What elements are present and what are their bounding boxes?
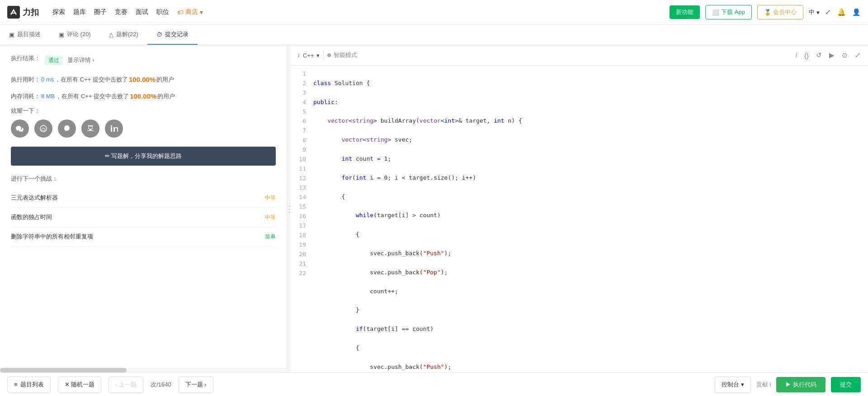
svg-point-1 [42,129,45,131]
weibo-button[interactable] [34,119,52,138]
fullscreen-icon[interactable]: ⤢ [855,51,861,59]
nav-interview[interactable]: 面试 [136,8,148,16]
svg-rect-5 [90,129,91,130]
tab-submissions-icon: ⏱ [156,31,162,38]
main-nav: 探索 题库 圈子 竞赛 面试 职位 🏷 商店 ▾ [52,8,203,16]
code-line-11: svec.push_back("Pop"); [313,268,861,277]
vip-button[interactable]: 🏅 会员中心 [757,5,803,19]
code-line-15: { [313,344,861,353]
nav-contest[interactable]: 竞赛 [115,8,127,16]
nav-shop[interactable]: 🏷 商店 ▾ [177,8,203,16]
challenge-item-2[interactable]: 删除字符串中的所有相邻重复项 简单 [11,227,276,247]
memory-value: 8 MB [41,91,55,101]
expand-icon[interactable]: ⤢ [825,8,831,16]
run-small-icon[interactable]: ▶ [829,51,835,59]
left-content: 执行结果： 通过 显示详情 › 执行用时： 0 ms ，在所有 C++ 提交中击… [0,45,287,368]
tab-comments[interactable]: ▣ 评论 (20) [50,25,100,45]
code-line-7: { [313,192,861,202]
code-content[interactable]: class Solution { public: vector<string> … [313,69,868,372]
list-icon: ≡ [14,381,18,388]
download-icon: ⬜ [712,9,719,16]
challenge-diff-0: 中等 [265,194,276,202]
challenge-item-1[interactable]: 函数的独占时间 中等 [11,208,276,227]
runtime-suffix: 的用户 [156,74,174,85]
code-lines: 1 2 3 4 5 6 7 8 9 10 11 12 13 14 15 16 1 [291,66,868,372]
challenge-name-2: 删除字符串中的所有相邻重复项 [11,233,93,241]
code-line-1: class Solution { [313,79,861,88]
info-icon[interactable]: i [796,52,797,59]
qq-button[interactable] [58,119,76,138]
next-challenge-label: 进行下一个挑战： [11,175,276,183]
tab-description-icon: ▣ [9,31,14,38]
header: 力扣 探索 题库 圈子 竞赛 面试 职位 🏷 商店 ▾ 新功能 ⬜ 下载 App… [0,0,868,25]
nav-problems[interactable]: 题库 [73,8,86,16]
logo-icon [7,6,20,19]
lang-switch[interactable]: 中 ▾ [809,8,820,16]
prev-problem-button[interactable]: ‹ 上一题 [108,377,143,393]
problem-list-button[interactable]: ≡ 题目列表 [7,377,51,393]
write-solution-button[interactable]: ✏ 写题解，分享我的解题思路 [11,147,276,166]
code-line-14: if(target[i] == count) [313,324,861,334]
show-detail-link[interactable]: 显示详情 › [67,56,94,64]
lang-arrow-icon: ▾ [316,52,320,59]
execution-result: 执行结果： 通过 显示详情 › [11,54,276,66]
tab-solutions-icon: △ [109,31,113,38]
tab-submissions[interactable]: ⏱ 提交记录 [147,25,198,45]
download-app-button[interactable]: ⬜ 下载 App [705,5,752,19]
editor-toolbar: i C++ ▾ 智能模式 i {} ↺ ▶ ⊙ ⤢ [291,45,868,66]
tab-solutions[interactable]: △ 题解(22) [100,25,147,45]
memory-suffix: 的用户 [157,91,175,101]
avatar-icon[interactable]: 👤 [852,8,861,16]
smart-mode-dot [327,53,331,57]
challenge-name-1: 函数的独占时间 [11,213,52,221]
challenge-name-0: 三元表达式解析器 [11,194,58,202]
exec-stats: 执行用时： 0 ms ，在所有 C++ 提交中击败了 100.00% 的用户 内… [11,73,276,102]
format-icon[interactable]: {} [804,52,809,59]
nav-community[interactable]: 圈子 [94,8,107,16]
language-select[interactable]: C++ ▾ [303,52,320,59]
submit-button[interactable]: 提交 [831,377,861,392]
exec-result-row: 执行结果： 通过 显示详情 › [11,54,276,66]
nav-jobs[interactable]: 职位 [156,8,169,16]
show-off-label: 炫耀一下： [11,107,276,115]
memory-desc: ，在所有 C++ 提交中击败了 [56,91,129,101]
random-problem-button[interactable]: ✕ 随机一题 [58,377,102,393]
scrollbar-thumb[interactable] [0,368,127,372]
tab-description[interactable]: ▣ 题目描述 [0,25,50,45]
settings-icon[interactable]: ⊙ [842,51,848,59]
linkedin-button[interactable] [105,119,123,138]
new-feature-button[interactable]: 新功能 [670,5,700,19]
reset-icon[interactable]: ↺ [816,51,822,59]
wechat-button[interactable] [11,119,29,138]
left-panel: 执行结果： 通过 显示详情 › 执行用时： 0 ms ，在所有 C++ 提交中击… [0,45,287,372]
vip-icon: 🏅 [764,9,771,16]
notification-icon[interactable]: 🔔 [837,8,846,16]
memory-stat: 内存消耗： 8 MB ，在所有 C++ 提交中击败了 100.00% 的用户 [11,90,276,102]
runtime-percent: 100.00% [129,73,156,86]
douban-button[interactable] [81,119,99,138]
runtime-label: 执行用时： [11,74,40,85]
shop-arrow-icon: ▾ [200,9,203,16]
pass-badge: 通过 [45,56,63,65]
svg-rect-2 [88,125,93,126]
code-line-9: { [313,230,861,239]
challenge-item-0[interactable]: 三元表达式解析器 中等 [11,188,276,208]
line-numbers: 1 2 3 4 5 6 7 8 9 10 11 12 13 14 15 16 1 [291,69,313,372]
horizontal-scrollbar[interactable] [0,368,287,372]
bottom-bar: ≡ 题目列表 ✕ 随机一题 ‹ 上一题 次/1640 下一题 › 控制台 ▾ 贡… [0,372,868,396]
next-problem-button[interactable]: 下一题 › [179,377,213,393]
code-line-4: vector<string> svec; [313,135,861,145]
runtime-stat: 执行用时： 0 ms ，在所有 C++ 提交中击败了 100.00% 的用户 [11,73,276,86]
contribute-button[interactable]: 贡献 i [756,381,771,389]
console-button[interactable]: 控制台 ▾ [715,377,751,393]
code-line-10: svec.push_back("Push"); [313,249,861,258]
logo[interactable]: 力扣 [7,6,39,19]
code-editor[interactable]: 1 2 3 4 5 6 7 8 9 10 11 12 13 14 15 16 1 [291,66,868,372]
run-code-button[interactable]: ▶ 执行代码 [776,377,826,392]
svg-rect-4 [87,130,94,131]
panel-divider[interactable]: ⋮ [287,45,291,372]
nav-explore[interactable]: 探索 [52,8,65,16]
code-line-12: count++; [313,287,861,296]
code-line-5: int count = 1; [313,154,861,164]
bottom-right: 控制台 ▾ 贡献 i ▶ 执行代码 提交 [715,377,861,393]
